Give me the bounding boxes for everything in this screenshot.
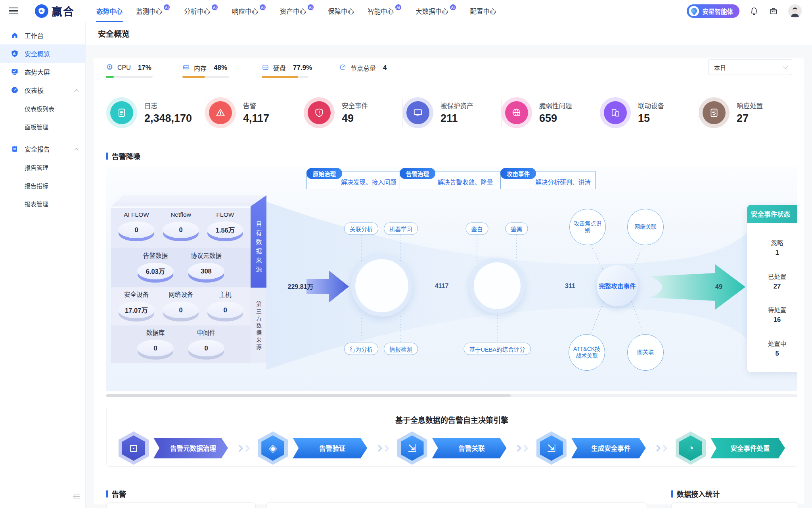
nav-intelligence-center[interactable]: 智能中心AI (361, 0, 409, 22)
hamburger-menu-icon[interactable] (9, 8, 18, 15)
logo-text: 赢合 (52, 3, 75, 19)
flow-count-events: 311 (565, 283, 575, 290)
ai-badge: AI (307, 4, 314, 11)
nav-monitor-center[interactable]: 监测中心AI (129, 0, 177, 22)
chevron-down-icon (783, 64, 788, 69)
status-pending: 待处置16 (768, 305, 787, 323)
section-header-alerts: 告警 (106, 489, 126, 499)
engine-steps: ⊡ 告警元数据治理 ◈ 告警验证 ⇲ 告警关联 ⇲ 生成安全事件 (107, 431, 797, 465)
engine-step-alert-correlation: ⇲ 告警关联 (397, 431, 507, 465)
data-cylinder: 1.56万 (207, 221, 243, 238)
flow-count-final: 49 (715, 283, 722, 291)
tag-attack-focus: 攻击焦点识别 (569, 209, 606, 245)
log-document-icon (110, 101, 133, 124)
box-side-face: 自有数据来源 第三方数据来源 (251, 195, 266, 363)
tag-attck-tactics: ATT&CK技战术关联 (569, 334, 605, 371)
devices-icon (604, 101, 627, 124)
user-avatar[interactable] (788, 4, 802, 18)
data-cylinder: 0 (163, 221, 199, 238)
section-header-alert-noise: 告警降噪 (106, 151, 140, 161)
chevron-up-icon (74, 89, 79, 94)
divider (402, 99, 403, 127)
source-group-4: 数据库0 中间件0 (111, 325, 251, 363)
section-bar (106, 490, 108, 498)
sidebar-item-security-overview[interactable]: 安全概览 (0, 44, 85, 63)
topbar-actions: 安星智能体 (687, 4, 812, 18)
disk-stat: 硬盘 77.9% (262, 63, 312, 73)
data-ingest-card-partial (671, 502, 799, 508)
tag-correlation-analysis: 关联分析 (344, 223, 378, 235)
monitor-icon (406, 101, 429, 124)
sidebar-group-security-report[interactable]: 安全报告 (0, 140, 85, 158)
clipboard-icon (10, 144, 19, 153)
flow-count-alerts: 4117 (435, 283, 449, 290)
divider (600, 99, 600, 127)
sidebar-item-situation-screen[interactable]: 态势大屏 (0, 63, 85, 81)
data-cylinder: 0 (118, 221, 155, 238)
flow-arrows (655, 446, 666, 451)
alerts-chart-card-partial (266, 502, 647, 508)
source-group-2: 告警数据6.03万 协议元数据308 (111, 248, 251, 287)
sidebar-collapse-icon[interactable] (72, 493, 81, 502)
engine-step-generate-event: ⇲ 生成安全事件 (536, 431, 646, 465)
sidebar-item-panel-management[interactable]: 面板管理 (0, 117, 85, 136)
ai-badge: AI (395, 4, 402, 11)
tag-behavior-analysis: 行为分析 (344, 343, 378, 355)
monitor-chart-icon: ⊡ (122, 435, 145, 461)
sidebar-item-report-table-management[interactable]: 报表管理 (0, 194, 85, 213)
compress-arrows-icon: ⇲ (401, 435, 424, 461)
overview-canvas: CPU 17% 内存 48% 硬盘 77.9% 节点总量 4 本日 (94, 58, 804, 504)
globe-icon (505, 101, 528, 124)
complete-attack-event-node: 完整攻击事件 (597, 265, 638, 306)
data-cylinder: 6.03万 (137, 263, 174, 279)
sidebar-group-dashboard[interactable]: 仪表板 (0, 81, 85, 99)
memory-icon (182, 64, 190, 73)
page-title: 安全概览 (98, 28, 130, 39)
flow-arrows (515, 446, 527, 451)
sidebar-item-dashboard-list[interactable]: 仪表板列表 (0, 99, 85, 117)
scrollbar-thumb[interactable] (106, 394, 511, 397)
sidebar-item-report-metrics[interactable]: 报告指标 (0, 176, 85, 194)
nav-asset-center[interactable]: 资产中心AI (273, 0, 321, 22)
main-content: 安全概览 CPU 17% 内存 48% 硬盘 77.9% 节点总量 4 本日 (86, 22, 812, 508)
home-icon (10, 31, 19, 40)
horizontal-scrollbar (106, 394, 797, 397)
app-logo[interactable]: 赢合 (35, 3, 75, 19)
kpi-card-alerts: 告警4,117 (205, 97, 269, 129)
gauge-icon (10, 86, 19, 94)
sidebar-item-workbench[interactable]: 工作台 (0, 26, 85, 44)
date-range-select[interactable]: 本日 (708, 59, 792, 75)
disk-progress (262, 76, 308, 78)
shield-chart-icon (10, 49, 19, 58)
alert-noise-funnel: 原始治理 解决发现、接入问题 告警治理 解决告警收敛、降量 攻击事件 解决分析研… (106, 167, 797, 391)
data-cylinder: 308 (188, 263, 224, 279)
engine-title: 基于全息数据的告警自主决策引擎 (107, 414, 797, 425)
nav-assurance-center[interactable]: 保障中心 (321, 0, 361, 22)
nav-situation-center[interactable]: 态势中心 (90, 0, 129, 22)
section-bar (671, 490, 673, 498)
toolbox-icon[interactable] (769, 6, 778, 15)
nav-bigdata-center[interactable]: 大数据中心AI (409, 0, 463, 22)
nav-config-center[interactable]: 配置中心 (463, 0, 503, 22)
engine-step-metadata-governance: ⊡ 告警元数据治理 (119, 431, 228, 465)
third-party-source-label: 第三方数据来源 (251, 291, 266, 362)
divider (699, 99, 699, 127)
kpi-card-linked-devices: 联动设备15 (600, 97, 664, 129)
status-ignored: 忽略1 (771, 238, 783, 256)
nav-response-center[interactable]: 响应中心AI (225, 0, 273, 22)
cpu-progress (106, 76, 153, 78)
section-header-data-ingest: 数据接入统计 (671, 489, 720, 499)
ai-badge: AI (163, 4, 170, 11)
kpi-card-protected-assets: 被保护资产211 (402, 97, 473, 129)
timer-icon: ◔ (679, 435, 702, 461)
notification-bell-icon[interactable] (750, 6, 758, 16)
decision-engine-panel: 基于全息数据的告警自主决策引擎 ⊡ 告警元数据治理 ◈ 告警验证 ⇲ 告警关联 (106, 407, 797, 467)
analysis-circle (351, 255, 413, 317)
status-in-progress: 处置中5 (768, 339, 787, 357)
ai-agent-button[interactable]: 安星智能体 (687, 4, 739, 18)
chevron-up-icon (74, 148, 79, 152)
nav-analysis-center[interactable]: 分析中心AI (177, 0, 225, 22)
divider (501, 99, 502, 127)
sidebar-item-report-management[interactable]: 报告管理 (0, 158, 85, 176)
flow-count-total: 229.81万 (288, 281, 314, 291)
